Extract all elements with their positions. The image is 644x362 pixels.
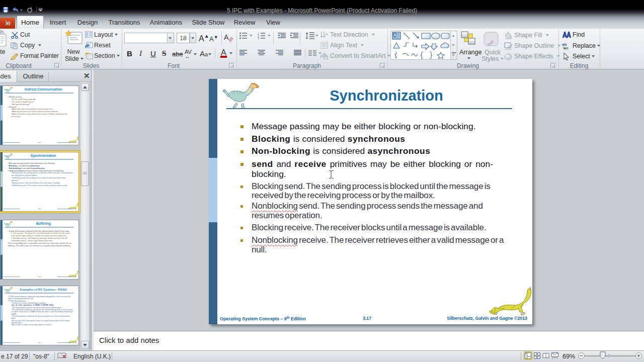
svg-text:3: 3 xyxy=(258,37,259,39)
svg-text:A: A xyxy=(394,33,396,37)
svg-text:A: A xyxy=(325,32,328,37)
svg-text:A: A xyxy=(224,33,229,41)
